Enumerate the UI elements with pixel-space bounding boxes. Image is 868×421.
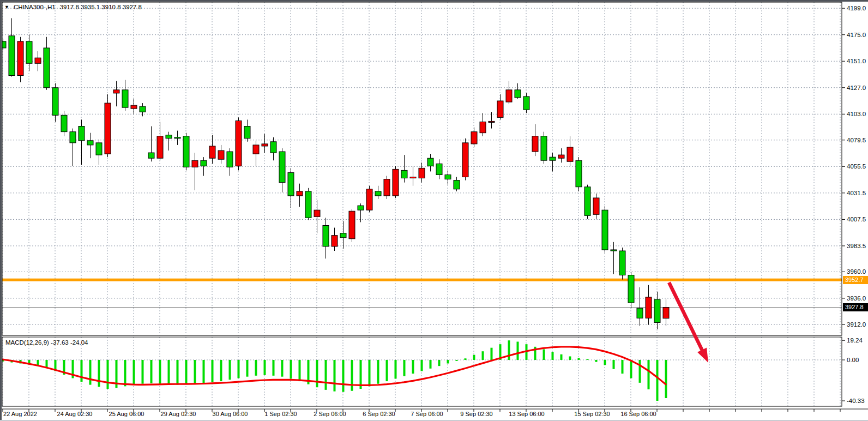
candle (288, 172, 294, 195)
chart-title-bar: ▼ CHINA300-,H1 3917.8 3935.1 3910.8 3927… (4, 4, 142, 10)
macd-histogram-bar (578, 358, 580, 360)
price-axis-label: 3936.0 (847, 295, 866, 302)
candle (105, 103, 111, 154)
macd-pane-frame (2, 337, 842, 406)
candle (87, 141, 93, 145)
symbol-timeframe-label: CHINA300-,H1 (14, 4, 56, 10)
candle (131, 105, 137, 109)
candle (174, 137, 180, 139)
candle (628, 275, 634, 303)
macd-histogram-bar (412, 360, 414, 374)
candle (166, 135, 172, 139)
macd-histogram-bar (552, 352, 554, 360)
candle (480, 122, 486, 133)
candle (253, 145, 259, 154)
macd-histogram-bar (159, 360, 161, 384)
candle (550, 157, 556, 160)
macd-histogram-bar (648, 360, 650, 389)
candle (209, 146, 215, 158)
price-axis-label: 4031.5 (847, 190, 866, 196)
candle (654, 299, 660, 322)
price-axis-label: 4103.0 (847, 111, 866, 117)
price-axis-label: 4199.0 (847, 5, 866, 11)
candle (611, 250, 617, 251)
macd-pane[interactable] (2, 337, 842, 406)
candle (236, 121, 242, 166)
candle (462, 143, 468, 177)
bid-price-badge: 3927.8 (843, 303, 868, 311)
macd-histogram-bar (430, 360, 432, 369)
candle (358, 206, 364, 210)
candle (558, 155, 564, 158)
candle (279, 152, 285, 183)
candle (619, 251, 625, 275)
macd-histogram-bar (299, 360, 301, 381)
candle (637, 308, 643, 318)
candle (663, 308, 669, 318)
candle (593, 198, 599, 214)
candle (384, 179, 390, 196)
candle (506, 90, 512, 102)
candle (314, 210, 320, 216)
candle (44, 48, 50, 88)
candle (218, 151, 224, 159)
macd-histogram-bar (81, 360, 83, 382)
candle (497, 101, 503, 117)
candle (471, 132, 477, 144)
macd-histogram-bar (194, 360, 196, 384)
macd-histogram-bar (656, 360, 659, 401)
macd-histogram-bar (281, 360, 284, 377)
macd-histogram-bar (220, 360, 222, 381)
macd-indicator-label: MACD(12,26,9) -37.63 -24.04 (5, 339, 88, 346)
macd-histogram-bar (517, 342, 519, 360)
macd-histogram-bar (264, 360, 266, 375)
trend-arrow-shaft[interactable] (669, 282, 704, 354)
macd-histogram-bar (334, 360, 336, 392)
candle (427, 158, 433, 166)
candle (646, 297, 652, 318)
candle (445, 175, 451, 179)
candle (270, 142, 276, 153)
horizontal-level-line[interactable] (2, 279, 842, 281)
trend-arrow-head[interactable] (697, 347, 708, 363)
macd-histogram-bar (569, 356, 571, 360)
time-axis-label: 16 Sep 06:00 (606, 411, 671, 417)
candle (419, 168, 425, 178)
macd-histogram-bar (622, 360, 624, 374)
candle (96, 143, 102, 155)
macd-histogram-bar (665, 360, 667, 398)
macd-histogram-bar (395, 360, 397, 378)
macd-histogram-bar (543, 349, 545, 360)
macd-histogram-bar (290, 360, 292, 378)
chart-canvas[interactable]: 4199.04175.04151.04127.04103.04079.54055… (0, 0, 868, 421)
macd-histogram-bar (482, 351, 484, 360)
candle (244, 127, 250, 139)
candle (61, 115, 67, 131)
price-pane[interactable] (0, 2, 842, 335)
candle (122, 90, 128, 107)
price-axis-label: 3983.5 (847, 243, 866, 249)
symbol-dropdown-icon[interactable]: ▼ (4, 5, 9, 10)
candle (584, 187, 590, 216)
candle (157, 136, 163, 158)
price-axis-label: 3960.0 (847, 268, 866, 275)
price-axis-label: 4151.0 (847, 58, 866, 64)
candle (113, 90, 119, 93)
macd-histogram-bar (447, 360, 449, 364)
candle (52, 88, 58, 116)
ohlc-values-label: 3917.8 3935.1 3910.8 3927.8 (60, 4, 142, 10)
macd-histogram-bar (639, 360, 641, 383)
candle (410, 177, 416, 178)
macd-histogram-bar (142, 360, 144, 384)
macd-histogram-bar (604, 360, 606, 365)
candle (262, 144, 268, 146)
macd-histogram-bar (185, 360, 188, 384)
macd-histogram-bar (421, 360, 423, 371)
macd-histogram-bar (403, 360, 406, 376)
candle (401, 170, 407, 178)
window-top-border (0, 0, 868, 2)
macd-axis-label: 19.24 (847, 337, 863, 344)
macd-histogram-bar (89, 360, 92, 385)
macd-histogram-bar (473, 355, 475, 360)
macd-histogram-bar (613, 360, 615, 369)
